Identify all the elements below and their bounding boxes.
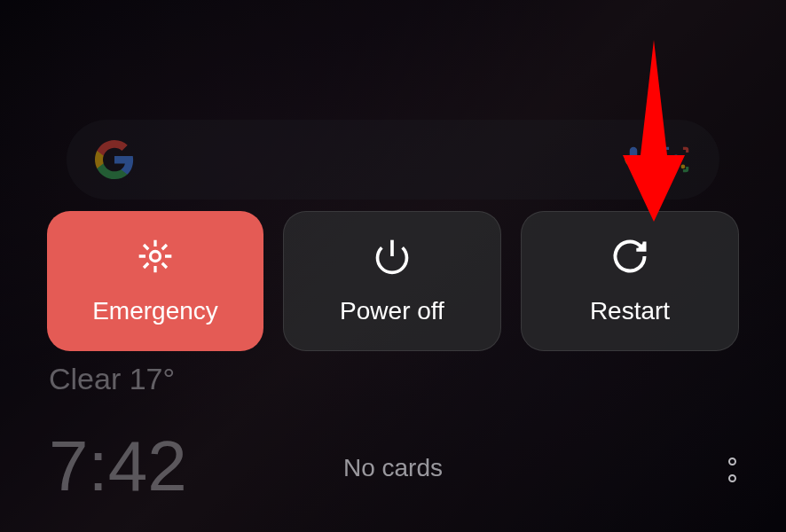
clock-widget[interactable]: 7:42 <box>49 426 187 507</box>
more-menu-icon[interactable] <box>728 458 736 482</box>
restart-button[interactable]: Restart <box>521 211 739 351</box>
microphone-icon[interactable] <box>618 142 648 177</box>
dot-icon <box>728 458 736 466</box>
dot-icon <box>728 474 736 482</box>
power-menu: Emergency Power off Restart <box>47 211 739 351</box>
power-off-button[interactable]: Power off <box>283 211 501 351</box>
weather-widget[interactable]: Clear 17° <box>49 362 175 396</box>
power-off-label: Power off <box>340 297 444 325</box>
emergency-button[interactable]: Emergency <box>47 211 263 351</box>
power-icon <box>373 237 412 276</box>
no-cards-text: No cards <box>343 454 443 482</box>
google-search-bar[interactable] <box>67 120 719 200</box>
svg-point-0 <box>671 154 680 164</box>
restart-label: Restart <box>590 297 670 325</box>
restart-icon <box>610 237 649 276</box>
svg-point-1 <box>681 165 686 169</box>
google-lens-icon[interactable] <box>659 143 693 176</box>
emergency-label: Emergency <box>92 297 218 325</box>
google-logo-icon <box>93 138 136 181</box>
emergency-icon <box>136 237 175 276</box>
svg-point-2 <box>151 252 161 262</box>
weather-text: Clear 17° <box>49 362 175 396</box>
